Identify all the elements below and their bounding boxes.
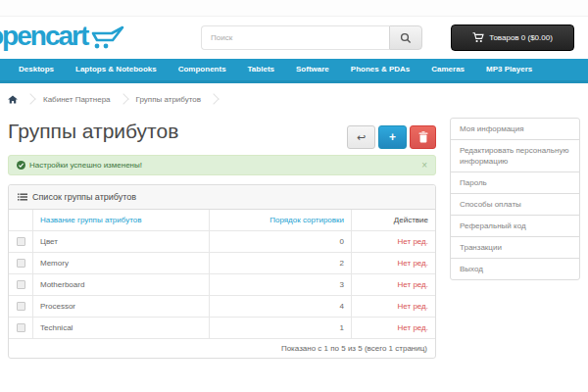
breadcrumb: Кабинет Партнера Группы атрибутов [8,89,580,109]
sidebar-item[interactable]: Транзакции [451,236,579,258]
breadcrumb-link[interactable]: Группы атрибутов [136,95,201,104]
header: opencart Това [0,18,588,59]
group-name-cell: Motherboard [33,274,210,295]
column-header-sort-order[interactable]: Порядок сортировки [210,210,352,230]
column-header-action: Действие [352,210,435,230]
row-checkbox[interactable] [17,302,25,311]
nav-item[interactable]: Phones & PDAs [340,59,420,80]
group-name-cell: Processor [33,296,210,317]
sort-order-cell: 1 [210,318,352,338]
breadcrumb-link[interactable]: Кабинет Партнера [43,95,111,104]
top-bar [0,0,588,17]
sort-order-cell: 4 [210,296,352,317]
page-actions: ↩ + [347,125,436,149]
cart-total-label: Товаров 0 ($0.00) [489,33,553,42]
logo-text: opencart [0,21,87,52]
nav-item[interactable]: Tablets [237,59,285,80]
row-checkbox[interactable] [17,280,25,289]
breadcrumb-home-link[interactable] [8,95,18,104]
checkbox-cell [9,318,33,338]
table-row: Technical 1 Нет ред. [9,318,435,338]
cart-logo-icon [91,25,124,49]
edit-link[interactable]: Нет ред. [398,237,428,246]
nav-item[interactable]: Cameras [420,59,475,80]
nav-item[interactable]: Components [168,59,237,80]
edit-link[interactable]: Нет ред. [398,323,428,332]
sidebar-item[interactable]: Пароль [451,172,579,193]
edit-link[interactable]: Нет ред. [398,259,428,268]
attribute-groups-panel: Список группы атрибутов Название группы … [8,184,436,359]
table-row: Processor 4 Нет ред. [9,296,435,318]
nav-item[interactable]: MP3 Players [475,59,543,80]
success-alert: Настройки успешно изменены! × [8,155,436,175]
pagination-status: Показано с 1 по 5 из 5 (всего 1 страниц) [9,338,435,358]
sidebar-item[interactable]: Редактировать персональную информацию [451,139,579,172]
table-row: Цвет 0 Нет ред. [9,231,435,253]
sort-order-cell: 2 [210,253,352,273]
row-checkbox[interactable] [17,237,25,246]
group-name-cell: Technical [33,318,210,338]
panel-title: Список группы атрибутов [32,192,136,202]
group-name-cell: Memory [33,253,210,273]
checkbox-cell [9,253,33,273]
nav-item[interactable]: Laptops & Notebooks [65,59,168,80]
search-icon [400,32,412,44]
search-bar [201,25,422,50]
table-header-row: Название группы атрибутов Порядок сортир… [9,210,435,231]
close-icon[interactable]: × [421,161,427,171]
search-button[interactable] [389,25,422,50]
breadcrumb-separator [208,93,219,104]
column-header-name[interactable]: Название группы атрибутов [33,210,210,230]
delete-button[interactable] [410,125,436,149]
table-row: Motherboard 3 Нет ред. [9,274,435,296]
edit-link[interactable]: Нет ред. [398,302,428,311]
sidebar-item[interactable]: Реферальный код [451,215,579,236]
sidebar-item[interactable]: Выход [451,258,579,279]
edit-link[interactable]: Нет ред. [398,280,428,289]
main-navigation: Desktops Laptops & Notebooks Components … [0,59,588,83]
panel-header: Список группы атрибутов [9,185,435,210]
sidebar-item[interactable]: Способы оплаты [451,193,579,215]
group-name-cell: Цвет [33,231,210,252]
row-checkbox[interactable] [17,323,25,332]
sort-order-cell: 0 [210,231,352,252]
checkbox-cell [9,274,33,295]
home-icon [8,95,18,104]
nav-item[interactable]: Software [285,59,340,80]
cart-icon [472,32,484,43]
search-input[interactable] [201,25,389,50]
main-content: Группы атрибутов ↩ + [8,114,436,359]
checkbox-cell [9,231,33,252]
cart-total-button[interactable]: Товаров 0 ($0.00) [451,24,574,51]
attribute-groups-table: Название группы атрибутов Порядок сортир… [9,210,435,338]
sidebar-item[interactable]: Моя информация [451,119,579,139]
table-row: Memory 2 Нет ред. [9,253,435,274]
check-circle-icon [17,161,25,170]
opencart-logo[interactable]: opencart [0,21,124,52]
add-button[interactable]: + [378,125,407,149]
list-icon [18,193,27,201]
breadcrumb-separator [118,93,128,104]
breadcrumb-separator [24,93,35,104]
nav-item[interactable]: Desktops [8,59,65,80]
back-button[interactable]: ↩ [347,125,375,149]
sort-order-cell: 3 [210,274,352,295]
alert-message: Настройки успешно изменены! [29,161,142,170]
back-arrow-icon: ↩ [357,131,366,144]
trash-icon [418,131,428,143]
account-sidebar: Моя информация Редактировать персональну… [450,118,580,280]
row-checkbox[interactable] [17,259,25,268]
checkbox-cell [9,296,33,317]
plus-icon: + [389,130,396,144]
header-checkbox-cell [9,210,33,230]
